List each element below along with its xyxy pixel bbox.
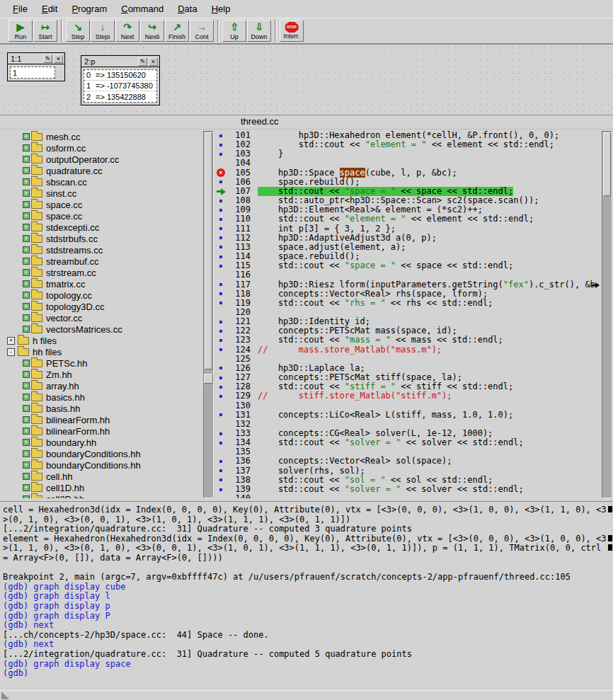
toolbar-down-button[interactable]: ⇩Down	[247, 20, 271, 42]
tree-item-streambuf-cc[interactable]: +streambuf.cc	[3, 256, 202, 267]
gutter-cell[interactable]	[215, 270, 227, 280]
display-row[interactable]: 2=> 135422888	[84, 91, 156, 102]
expand-plus-icon[interactable]: +	[23, 314, 30, 321]
tree-item-topology-cc[interactable]: +topology.cc	[3, 289, 202, 301]
display-value[interactable]: 1	[10, 67, 55, 79]
source-scrollbar[interactable]	[602, 131, 612, 498]
gutter-cell[interactable]	[215, 243, 227, 252]
expand-plus-icon[interactable]: +	[23, 292, 30, 299]
gutter-cell[interactable]	[215, 149, 227, 159]
tree-toggle-icon[interactable]: -	[7, 348, 15, 356]
data-display-2-p[interactable]: 2:p✎×0=> 1351506201=> -10737453802=> 135…	[81, 55, 160, 105]
tree-item-sinst-cc[interactable]: +sinst.cc	[3, 188, 202, 199]
gutter-cell[interactable]	[215, 345, 227, 355]
menu-program[interactable]: Program	[64, 1, 114, 16]
expand-plus-icon[interactable]: +	[23, 382, 30, 389]
gutter-cell[interactable]	[215, 438, 227, 447]
expand-plus-icon[interactable]: +	[23, 144, 30, 151]
gutter-cell[interactable]	[215, 391, 227, 401]
expand-plus-icon[interactable]: +	[23, 167, 30, 174]
gutter-cell[interactable]	[215, 457, 227, 466]
expand-plus-icon[interactable]: +	[23, 303, 30, 310]
gutter-cell[interactable]	[215, 429, 227, 438]
expand-plus-icon[interactable]: +	[23, 212, 30, 219]
expand-plus-icon[interactable]: +	[23, 405, 30, 412]
gutter-cell[interactable]	[215, 178, 227, 187]
gutter-cell[interactable]	[215, 187, 227, 196]
expand-plus-icon[interactable]: +	[23, 394, 30, 401]
menu-data[interactable]: Data	[171, 1, 204, 16]
tree-item-cell1d-hh[interactable]: +cell1D.hh	[3, 482, 202, 493]
plot-icon[interactable]: ✎	[138, 57, 147, 66]
tree-item-outputoperator-cc[interactable]: +outputOperator.cc	[3, 154, 202, 165]
gdb-console[interactable]: cell = Hexahedron3d(idx = Index(0, 0, 0,…	[0, 501, 613, 690]
tree-item-boundary-hh[interactable]: +boundary.hh	[3, 437, 202, 448]
toolbar-interr-button[interactable]: STOPInterr.	[280, 20, 304, 42]
expand-plus-icon[interactable]: +	[23, 360, 30, 367]
gutter-cell[interactable]: ×	[215, 168, 227, 178]
menu-help[interactable]: Help	[205, 1, 238, 16]
expand-plus-icon[interactable]: +	[23, 450, 30, 457]
source-line[interactable]: 140	[227, 494, 601, 498]
tree-item-mesh-cc[interactable]: +mesh.cc	[3, 131, 202, 142]
tree-item-zm-hh[interactable]: +Zm.hh	[3, 369, 202, 380]
source-line[interactable]: 131 concepts::LiCo<Real> L(stiff, mass, …	[227, 411, 601, 420]
source-line[interactable]: 115 std::cout << "space = " << space << …	[227, 261, 601, 270]
gutter-cell[interactable]	[215, 476, 227, 485]
gutter-cell[interactable]	[215, 196, 227, 205]
tree-item-petsc-hh[interactable]: +PETSc.hh	[3, 357, 202, 369]
expand-plus-icon[interactable]: +	[23, 484, 30, 491]
source-line[interactable]: 134 std::cout << "solver = " << solver <…	[227, 438, 601, 447]
expand-plus-icon[interactable]: +	[23, 235, 30, 242]
resize-grip-icon[interactable]	[1, 692, 9, 699]
expand-plus-icon[interactable]: +	[23, 190, 30, 197]
gutter-cell[interactable]	[215, 401, 227, 411]
tree-item-sbscan-cc[interactable]: +sbscan.cc	[3, 176, 202, 188]
gutter-cell[interactable]	[215, 261, 227, 270]
display-titlebar[interactable]: 1:1✎×	[8, 53, 64, 64]
breakpoint-gutter[interactable]: ×	[215, 131, 227, 498]
tree-item-osform-cc[interactable]: +osform.cc	[3, 142, 202, 154]
gutter-cell[interactable]	[215, 131, 227, 140]
gutter-cell[interactable]	[215, 373, 227, 382]
gutter-cell[interactable]	[215, 289, 227, 299]
source-line[interactable]: 124// mass.store_Matlab("mass.m");	[227, 345, 601, 355]
gutter-cell[interactable]	[215, 280, 227, 289]
display-table[interactable]: 0=> 1351506201=> -10737453802=> 13542288…	[84, 69, 157, 103]
menu-edit[interactable]: Edit	[35, 1, 64, 16]
toolbar-stepi-button[interactable]: ↓Stepi	[91, 20, 115, 42]
file-tree-scrollbar[interactable]	[203, 131, 214, 498]
tree-item-bilinearform-hh[interactable]: +bilinearForm.hh	[3, 425, 202, 437]
expand-plus-icon[interactable]: +	[23, 201, 30, 208]
toolbar-run-button[interactable]: ▶Run	[8, 20, 33, 42]
gutter-cell[interactable]	[215, 364, 227, 373]
expand-plus-icon[interactable]: +	[23, 178, 30, 185]
pane-sash-handle[interactable]	[204, 374, 213, 384]
gutter-cell[interactable]	[215, 326, 227, 335]
gutter-cell[interactable]	[215, 485, 227, 494]
gutter-cell[interactable]	[215, 308, 227, 317]
tree-item-stdexcepti-cc[interactable]: +stdexcepti.cc	[3, 222, 202, 233]
tree-toggle-icon[interactable]: +	[7, 337, 15, 345]
gutter-cell[interactable]	[215, 159, 227, 168]
gutter-cell[interactable]	[215, 317, 227, 326]
gutter-cell[interactable]	[215, 335, 227, 345]
display-titlebar[interactable]: 2:p✎×	[81, 56, 159, 67]
expand-plus-icon[interactable]: +	[23, 428, 30, 435]
tree-item-hh-files[interactable]: -hh files	[3, 346, 202, 357]
expand-plus-icon[interactable]: +	[23, 133, 30, 140]
tree-item-space-cc[interactable]: +space.cc	[3, 210, 202, 222]
toolbar-next-button[interactable]: ↷Next	[115, 20, 139, 42]
close-icon[interactable]: ×	[54, 54, 63, 63]
data-display-1-1[interactable]: 1:1✎×1	[7, 52, 65, 81]
tree-item-basics-hh[interactable]: +basics.hh	[3, 391, 202, 403]
tree-item-tmatrix-cc[interactable]: +tmatrix.cc	[3, 278, 202, 289]
tree-item-topology3d-cc[interactable]: +topology3D.cc	[3, 301, 202, 312]
close-icon[interactable]: ×	[149, 57, 158, 66]
expand-plus-icon[interactable]: +	[23, 416, 30, 423]
expand-plus-icon[interactable]: +	[23, 246, 30, 253]
tree-item-boundaryconditions-hh[interactable]: +boundaryConditions.hh	[3, 448, 202, 459]
source-line[interactable]: 102 std::cout << "element = " << element…	[227, 140, 601, 149]
expand-plus-icon[interactable]: +	[23, 224, 30, 231]
toolbar-start-button[interactable]: ↦Start	[33, 20, 57, 42]
